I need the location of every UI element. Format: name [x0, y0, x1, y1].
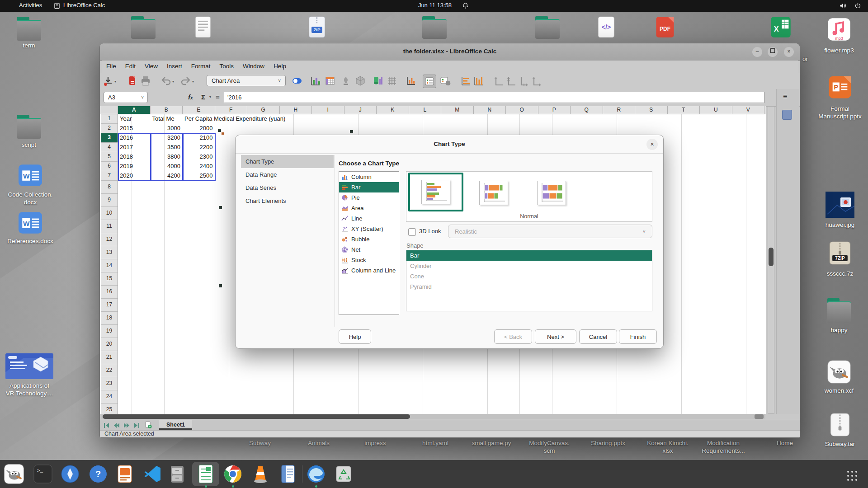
desktop-icon-code-5[interactable]: </> — [593, 16, 619, 38]
desktop-icon-happy[interactable] — [826, 298, 852, 322]
threed-scheme-dropdown[interactable]: Realistic ˅ — [448, 225, 652, 238]
dialog-step-data-range[interactable]: Data Range — [241, 168, 334, 181]
chevron-down-icon[interactable]: ▾ — [209, 95, 211, 99]
subtype-normal[interactable] — [421, 180, 450, 204]
focused-app-name[interactable]: LibreOffice Calc — [63, 2, 105, 9]
activities-button[interactable]: Activities — [19, 2, 42, 9]
desktop-icon-script[interactable] — [16, 115, 42, 138]
column-header-U[interactable]: U — [700, 106, 732, 114]
print-icon[interactable] — [140, 75, 151, 86]
minimize-button[interactable]: – — [752, 47, 762, 57]
row-header-12[interactable]: 12 — [101, 233, 118, 246]
chart-type-option-net[interactable]: Net — [339, 244, 399, 255]
back-button[interactable]: < Back — [494, 329, 532, 344]
column-header-J[interactable]: J — [344, 106, 377, 114]
desktop-icon-pdf-6[interactable]: PDF — [652, 16, 678, 38]
column-header-Q[interactable]: Q — [571, 106, 603, 114]
previous-sheet-icon[interactable] — [113, 422, 120, 430]
taskbar-icon-help-viewer[interactable]: ? — [88, 464, 108, 484]
redo-icon[interactable] — [180, 75, 191, 86]
column-header-T[interactable]: T — [668, 106, 700, 114]
desktop-icon-references-docx[interactable]: W — [17, 211, 43, 235]
taskbar-icon-trash[interactable] — [333, 464, 354, 484]
axis-bottom-icon[interactable] — [506, 75, 517, 86]
next-sheet-icon[interactable] — [123, 422, 130, 430]
row-header-15[interactable]: 15 — [101, 272, 118, 286]
menu-format[interactable]: Format — [187, 61, 215, 73]
desktop-icon-folder-0[interactable] — [130, 16, 156, 38]
taskbar-icon-software-center[interactable] — [60, 464, 80, 484]
column-header-N[interactable]: N — [474, 106, 506, 114]
row-header-23[interactable]: 23 — [101, 377, 118, 390]
export-pdf-icon[interactable] — [127, 75, 138, 86]
name-box[interactable]: A3 ˅ — [104, 92, 148, 103]
chevron-down-icon[interactable]: ▾ — [172, 80, 174, 84]
chart-type-option-bar[interactable]: Bar — [339, 182, 399, 192]
chart-type-option-area[interactable]: Area — [339, 203, 399, 213]
cell-A2[interactable]: 2015 — [118, 124, 151, 133]
threed-view-icon[interactable] — [355, 75, 366, 86]
row-header-13[interactable]: 13 — [101, 246, 118, 259]
column-header-M[interactable]: M — [441, 106, 474, 114]
first-sheet-icon[interactable] — [104, 422, 110, 430]
grid-icon[interactable] — [387, 75, 397, 86]
undo-icon[interactable] — [160, 75, 171, 86]
desktop-icon-folder-4[interactable] — [534, 16, 561, 38]
taskbar-icon-gimp[interactable] — [4, 464, 24, 484]
image-icon[interactable] — [340, 75, 351, 86]
row-header-9[interactable]: 9 — [101, 194, 118, 207]
row-header-7[interactable]: 7 — [101, 171, 118, 181]
taskbar-icon-calc[interactable] — [195, 464, 216, 484]
cell-E2[interactable]: 2000 — [183, 124, 215, 133]
column-header-G[interactable]: G — [247, 106, 280, 114]
vertical-scroll-thumb[interactable] — [769, 248, 774, 266]
row-header-16[interactable]: 16 — [101, 286, 118, 299]
row-header-1[interactable]: 1 — [101, 114, 118, 124]
last-sheet-icon[interactable] — [133, 422, 140, 430]
formula-icon[interactable]: = — [216, 93, 220, 101]
x-axes-icon[interactable] — [460, 75, 471, 86]
y-axes-icon[interactable] — [473, 75, 484, 86]
title-bar[interactable]: the folder.xlsx - LibreOffice Calc – × — [100, 43, 800, 61]
power-icon[interactable] — [854, 2, 861, 10]
dialog-close-icon[interactable]: × — [646, 139, 658, 150]
sheet-tab[interactable]: Sheet1 — [159, 420, 192, 430]
desktop-icon-code-collection-[interactable]: W — [17, 164, 43, 187]
column-header-E[interactable]: E — [183, 106, 215, 114]
desktop-icon-folder-3[interactable] — [421, 16, 448, 38]
row-header-17[interactable]: 17 — [101, 299, 118, 312]
chart-type-option-column[interactable]: Column — [339, 172, 399, 182]
menu-window[interactable]: Window — [238, 61, 269, 73]
column-header-K[interactable]: K — [377, 106, 409, 114]
function-wizard-icon[interactable]: fx — [188, 93, 193, 101]
desktop-icon-women-xcf[interactable] — [826, 360, 852, 384]
volume-icon[interactable] — [839, 2, 846, 10]
menu-file[interactable]: File — [102, 61, 121, 73]
desktop-icon-applications-of[interactable] — [5, 353, 53, 379]
finish-button[interactable]: Finish — [619, 329, 657, 344]
clock[interactable]: Jun 11 13:58 — [398, 2, 472, 9]
data-series-icon[interactable] — [373, 75, 383, 86]
row-header-20[interactable]: 20 — [101, 338, 118, 351]
row-header-4[interactable]: 4 — [101, 143, 118, 152]
taskbar-icon-vlc[interactable] — [250, 464, 271, 484]
legend-settings-icon[interactable] — [440, 75, 451, 86]
dialog-step-chart-type[interactable]: Chart Type — [241, 155, 334, 168]
taskbar-icon-text-editor[interactable] — [278, 464, 298, 484]
chart-type-option-pie[interactable]: Pie — [339, 192, 399, 203]
column-header-A[interactable]: A — [118, 106, 151, 114]
shape-option-bar[interactable]: Bar — [406, 250, 652, 261]
axis-corner-icon[interactable] — [519, 75, 529, 86]
desktop-icon-doc-1[interactable] — [190, 16, 216, 38]
chevron-down-icon[interactable]: ▾ — [192, 80, 194, 84]
column-header-L[interactable]: L — [409, 106, 442, 114]
next-button[interactable]: Next > — [535, 329, 576, 344]
desktop-icon-sssccc-7z[interactable]: 7ZIP — [827, 241, 853, 265]
column-header-V[interactable]: V — [732, 106, 765, 114]
row-header-11[interactable]: 11 — [101, 220, 118, 233]
taskbar-icon-impress[interactable] — [114, 464, 135, 484]
row-header-8[interactable]: 8 — [101, 181, 118, 194]
column-header-R[interactable]: R — [603, 106, 636, 114]
chart-type-option-stock[interactable]: Stock — [339, 255, 399, 265]
desktop-icon-flower-mp3[interactable]: mp3 — [826, 17, 852, 42]
